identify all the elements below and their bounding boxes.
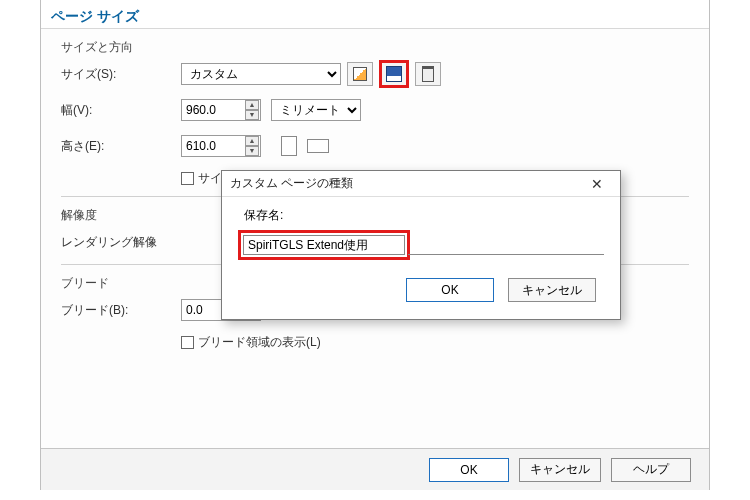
save-name-label: 保存名:: [238, 207, 604, 224]
dialog-title: カスタム ページの種類: [230, 175, 353, 192]
row-size: サイズ(S): カスタム: [61, 60, 689, 88]
label-size: サイズ(S):: [61, 66, 181, 83]
input-underline: [408, 254, 604, 255]
cancel-button[interactable]: キャンセル: [519, 458, 601, 482]
label-bleed: ブリード(B):: [61, 302, 181, 319]
edit-icon: [353, 67, 367, 81]
save-name-input[interactable]: [243, 235, 405, 255]
edit-preset-button[interactable]: [347, 62, 373, 86]
dialog-titlebar: カスタム ページの種類 ✕: [222, 171, 620, 197]
save-preset-button[interactable]: [379, 60, 409, 88]
label-height: 高さ(E):: [61, 138, 181, 155]
save-icon: [386, 66, 402, 82]
trash-icon: [422, 66, 434, 82]
dialog-cancel-button[interactable]: キャンセル: [508, 278, 596, 302]
height-input[interactable]: 610.0 ▲▼: [181, 135, 261, 157]
checkbox-icon: [181, 336, 194, 349]
delete-preset-button[interactable]: [415, 62, 441, 86]
help-button[interactable]: ヘルプ: [611, 458, 691, 482]
width-input[interactable]: 960.0 ▲▼: [181, 99, 261, 121]
section-size-direction: サイズと方向: [61, 39, 689, 56]
orientation-landscape[interactable]: [307, 139, 329, 153]
button-bar: OK キャンセル ヘルプ: [41, 448, 709, 490]
save-name-highlight: [238, 230, 410, 260]
ok-button[interactable]: OK: [429, 458, 509, 482]
size-select[interactable]: カスタム: [181, 63, 341, 85]
orientation-portrait[interactable]: [281, 136, 297, 156]
dialog-close-button[interactable]: ✕: [582, 173, 612, 195]
close-icon: ✕: [591, 176, 603, 192]
width-spinner[interactable]: ▲▼: [245, 100, 259, 120]
label-width: 幅(V):: [61, 102, 181, 119]
page-title: ページ サイズ: [41, 0, 709, 29]
show-bleed-checkbox[interactable]: ブリード領域の表示(L): [181, 332, 689, 352]
checkbox-icon: [181, 172, 194, 185]
show-bleed-label: ブリード領域の表示(L): [198, 334, 321, 351]
unit-select[interactable]: ミリメートル: [271, 99, 361, 121]
dialog-ok-button[interactable]: OK: [406, 278, 494, 302]
page-size-panel: ページ サイズ サイズと方向 サイズ(S): カスタム 幅(V): 960.0 …: [40, 0, 710, 490]
save-preset-dialog: カスタム ページの種類 ✕ 保存名: OK キャンセル: [221, 170, 621, 320]
row-height: 高さ(E): 610.0 ▲▼: [61, 132, 689, 160]
label-rendering: レンダリング解像: [61, 234, 181, 251]
height-spinner[interactable]: ▲▼: [245, 136, 259, 156]
row-width: 幅(V): 960.0 ▲▼ ミリメートル: [61, 96, 689, 124]
